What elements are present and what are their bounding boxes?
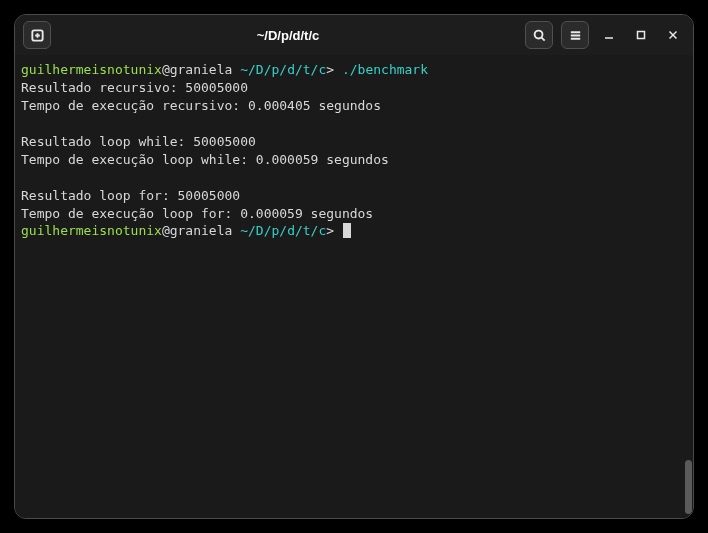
search-button[interactable] bbox=[525, 21, 553, 49]
prompt-sep: > bbox=[326, 223, 342, 238]
minimize-button[interactable] bbox=[597, 23, 621, 47]
output-blank bbox=[21, 169, 677, 187]
output-line: Resultado loop while: 50005000 bbox=[21, 133, 677, 151]
output-line: Tempo de execução loop for: 0.000059 seg… bbox=[21, 205, 677, 223]
output-line: Resultado loop for: 50005000 bbox=[21, 187, 677, 205]
prompt-line-2: guilhermeisnotunix@graniela ~/D/p/d/t/c> bbox=[21, 222, 677, 240]
menu-button[interactable] bbox=[561, 21, 589, 49]
terminal-body: guilhermeisnotunix@graniela ~/D/p/d/t/c>… bbox=[15, 55, 693, 518]
titlebar-right bbox=[525, 21, 685, 49]
terminal-output[interactable]: guilhermeisnotunix@graniela ~/D/p/d/t/c>… bbox=[15, 55, 683, 518]
scrollbar-thumb[interactable] bbox=[685, 460, 692, 514]
prompt-line-1: guilhermeisnotunix@graniela ~/D/p/d/t/c>… bbox=[21, 61, 677, 79]
window-title: ~/D/p/d/t/c bbox=[59, 28, 517, 43]
close-icon bbox=[668, 30, 678, 40]
prompt-user: guilhermeisnotunix bbox=[21, 62, 162, 77]
output-line: Tempo de execução recursivo: 0.000405 se… bbox=[21, 97, 677, 115]
prompt-sep: > bbox=[326, 62, 342, 77]
search-icon bbox=[532, 28, 547, 43]
prompt-command: ./benchmark bbox=[342, 62, 428, 77]
output-line: Resultado recursivo: 50005000 bbox=[21, 79, 677, 97]
prompt-path: ~/D/p/d/t/c bbox=[240, 223, 326, 238]
maximize-button[interactable] bbox=[629, 23, 653, 47]
terminal-window: ~/D/p/d/t/c bbox=[14, 14, 694, 519]
svg-line-4 bbox=[541, 37, 544, 40]
new-tab-button[interactable] bbox=[23, 21, 51, 49]
minimize-icon bbox=[604, 30, 614, 40]
maximize-icon bbox=[636, 30, 646, 40]
titlebar: ~/D/p/d/t/c bbox=[15, 15, 693, 55]
hamburger-icon bbox=[568, 28, 583, 43]
scrollbar[interactable] bbox=[683, 55, 693, 518]
cursor bbox=[343, 223, 351, 238]
close-button[interactable] bbox=[661, 23, 685, 47]
svg-rect-9 bbox=[638, 32, 645, 39]
output-line: Tempo de execução loop while: 0.000059 s… bbox=[21, 151, 677, 169]
prompt-user: guilhermeisnotunix bbox=[21, 223, 162, 238]
prompt-host: @graniela bbox=[162, 223, 240, 238]
prompt-path: ~/D/p/d/t/c bbox=[240, 62, 326, 77]
prompt-host: @graniela bbox=[162, 62, 240, 77]
output-blank bbox=[21, 115, 677, 133]
plus-icon bbox=[30, 28, 45, 43]
svg-point-3 bbox=[534, 30, 542, 38]
